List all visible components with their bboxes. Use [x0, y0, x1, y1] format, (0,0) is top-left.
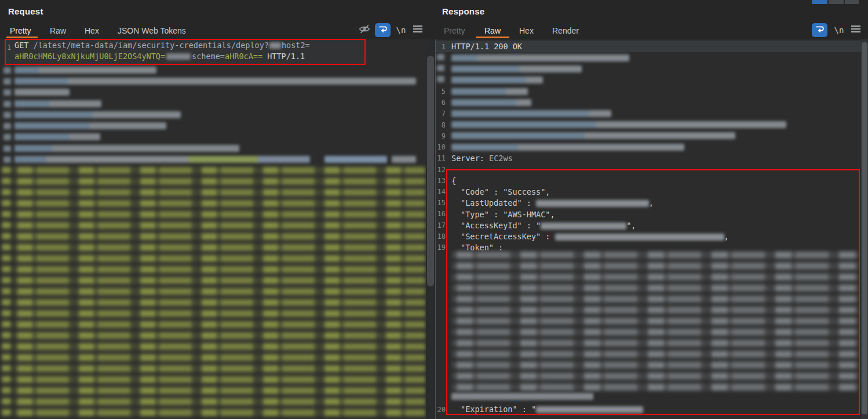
redacted-header-cookie — [14, 156, 310, 163]
header-name-server: Server: — [451, 153, 489, 164]
request-editor[interactable]: 1 GET /latest/meta-data/iam/security-cre… — [0, 39, 435, 419]
line-number: 13 — [437, 177, 446, 185]
response-server-line: Server: EC2ws — [451, 153, 513, 164]
show-newlines-toggle[interactable]: \n — [394, 23, 408, 37]
tab-render[interactable]: Render — [552, 26, 579, 35]
burp-message-editor: Request Pretty Raw Hex JSON Web Tokens — [0, 0, 868, 419]
redacted-header-connection — [14, 133, 100, 140]
response-scrollbar-thumb[interactable] — [862, 42, 867, 414]
eye-slash-icon — [358, 23, 371, 38]
line-number: 17 — [437, 221, 446, 229]
newline-glyph-icon: \n — [834, 25, 844, 35]
redacted-header-user-agent-wrap — [14, 89, 70, 96]
redacted-header-accept-ranges — [451, 99, 531, 106]
redacted-header-referer — [14, 145, 239, 152]
hamburger-menu-icon — [413, 24, 423, 36]
response-gutter: 1567891011121314151617181920 — [436, 39, 446, 419]
line-number: 20 — [437, 406, 446, 414]
redacted-header-access-control-1 — [451, 110, 611, 117]
show-newlines-toggle[interactable]: \n — [832, 23, 846, 37]
editor-menu-button[interactable] — [410, 23, 425, 37]
response-annotation-box — [446, 169, 860, 415]
tab-raw[interactable]: Raw — [50, 26, 66, 35]
line-number: 9 — [442, 132, 446, 140]
redacted-header-cookie-2 — [324, 156, 387, 163]
request-panel: Request Pretty Raw Hex JSON Web Tokens — [0, 0, 435, 419]
line-number: 6 — [442, 99, 446, 107]
selected-tab-indicator — [476, 37, 509, 38]
redacted-request-body — [13, 167, 425, 419]
word-wrap-icon — [378, 24, 388, 37]
request-gutter-redacted-body — [2, 167, 11, 419]
line-number: 18 — [437, 232, 446, 241]
selected-tab-indicator — [6, 37, 38, 38]
response-panel-title: Response — [442, 6, 484, 16]
line-number: 7 — [442, 110, 446, 118]
tab-raw[interactable]: Raw — [484, 26, 501, 35]
line-number: 10 — [437, 143, 446, 151]
redacted-header-content-type — [451, 65, 582, 72]
redacted-header-user-agent — [14, 78, 416, 85]
tab-pretty[interactable]: Pretty — [444, 26, 465, 35]
newline-glyph-icon: \n — [396, 25, 406, 35]
status-text: HTTP/1.1 200 OK — [451, 41, 522, 52]
word-wrap-toggle[interactable] — [375, 23, 391, 37]
editor-menu-button[interactable] — [848, 23, 863, 37]
line-number: 15 — [437, 199, 446, 207]
line-number: 14 — [437, 188, 446, 196]
response-status-line: HTTP/1.1 200 OK — [451, 41, 522, 52]
redacted-header-host — [14, 67, 156, 74]
request-panel-title: Request — [8, 6, 43, 16]
redacted-header-cookie-3 — [392, 156, 416, 163]
line-number: 16 — [437, 210, 446, 218]
response-panel: Response Pretty Raw Hex Render \n — [436, 0, 868, 419]
redacted-header-accept-encoding — [14, 122, 166, 129]
line-number: 5 — [442, 88, 446, 96]
redacted-header-connection — [451, 88, 528, 95]
line-number: 8 — [442, 121, 446, 129]
line-number: 1 — [442, 43, 446, 51]
line-number: 19 — [437, 243, 446, 252]
hamburger-menu-icon — [851, 24, 861, 36]
tab-pretty[interactable]: Pretty — [10, 26, 31, 35]
redacted-header-content-length — [451, 76, 543, 83]
redacted-header-access-control-2 — [451, 121, 786, 128]
tab-json-web-tokens[interactable]: JSON Web Tokens — [118, 26, 186, 35]
word-wrap-toggle[interactable] — [812, 23, 827, 37]
line-number: 11 — [437, 154, 446, 162]
request-gutter-redacted — [2, 66, 11, 167]
header-value-server: EC2ws — [489, 153, 513, 164]
tab-hex[interactable]: Hex — [519, 26, 534, 35]
redacted-header-last-modified — [451, 144, 684, 151]
line-number: 12 — [437, 166, 446, 174]
redacted-header-access-control-3 — [451, 132, 735, 139]
hide-matches-button[interactable] — [357, 23, 372, 38]
word-wrap-icon — [815, 24, 825, 37]
tab-hex[interactable]: Hex — [85, 26, 99, 35]
redacted-header-date — [451, 54, 629, 61]
request-annotation-box — [5, 39, 366, 65]
redacted-header-accept-language — [14, 111, 181, 118]
redacted-header-accept — [14, 100, 101, 107]
request-scrollbar-thumb[interactable] — [427, 56, 434, 286]
